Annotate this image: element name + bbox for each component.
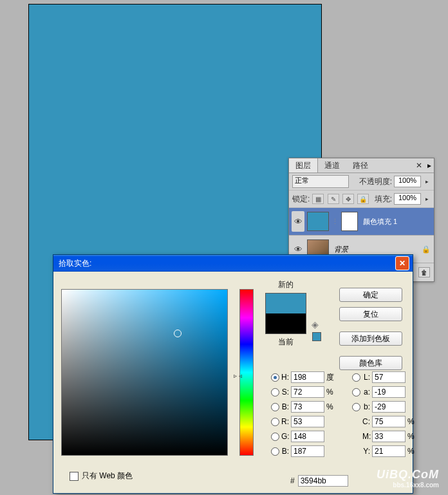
unit-m: % [407, 432, 418, 441]
label-m: M: [362, 432, 370, 441]
close-button[interactable]: ✕ [395, 256, 409, 270]
hex-row: # [290, 475, 348, 487]
radio-r[interactable] [271, 418, 279, 426]
current-label: 当前 [265, 337, 306, 348]
unit-y: % [407, 447, 418, 456]
lock-all-icon[interactable]: 🔒 [357, 194, 369, 204]
opacity-stepper-icon[interactable]: ▸ [423, 178, 431, 185]
lock-position-icon[interactable]: ✥ [342, 194, 354, 204]
input-h[interactable] [291, 371, 324, 383]
radio-a[interactable] [352, 388, 360, 397]
input-c[interactable] [372, 416, 406, 427]
web-only-checkbox[interactable] [70, 472, 79, 481]
label-y: Y: [362, 447, 370, 456]
input-r[interactable] [291, 416, 324, 427]
current-color-swatch[interactable] [266, 313, 306, 333]
unit-h: 度 [326, 372, 337, 383]
input-b-rgb[interactable] [291, 445, 324, 457]
radio-l[interactable] [352, 373, 360, 382]
label-r: R: [281, 417, 289, 426]
label-l: L: [362, 373, 370, 382]
radio-b-rgb[interactable] [271, 447, 279, 456]
input-s[interactable] [291, 386, 324, 398]
input-m[interactable] [372, 431, 406, 442]
reset-button[interactable]: 复位 [339, 307, 402, 321]
panel-tabs: 图层 通道 路径 ✕ ▸ [289, 158, 434, 173]
layer-row-colorfill[interactable]: 👁 ⋮ 颜色填充 1 [289, 208, 434, 236]
blend-mode-select[interactable]: 正常 [292, 175, 349, 188]
lock-icon: 🔒 [421, 245, 431, 254]
add-swatch-button[interactable]: 添加到色板 [339, 332, 402, 346]
lock-label: 锁定: [292, 194, 310, 205]
label-s: S: [281, 388, 289, 397]
hex-input[interactable] [298, 475, 348, 487]
tab-channels[interactable]: 通道 [318, 158, 346, 173]
gamut-warning-icon[interactable]: ◈ [312, 319, 319, 330]
web-only like-only-row: 只有 Web 颜色 [70, 471, 133, 481]
input-b-hsb[interactable] [291, 401, 324, 413]
color-cursor-icon[interactable] [174, 330, 182, 337]
hue-slider-arrows-icon[interactable]: ▹ ◃ [234, 372, 242, 379]
dialog-title: 拾取实色: [57, 258, 395, 269]
fill-field[interactable]: 100% [394, 193, 421, 205]
color-field[interactable] [61, 289, 228, 456]
unit-c: % [407, 417, 418, 426]
fill-label: 填充: [375, 194, 392, 205]
opacity-label: 不透明度: [359, 176, 392, 187]
tab-layers[interactable]: 图层 [289, 158, 318, 173]
label-b-rgb: B: [281, 447, 289, 456]
tab-paths[interactable]: 路径 [346, 158, 375, 173]
unit-s: % [326, 388, 337, 397]
visibility-toggle-icon[interactable]: 👁 [292, 211, 304, 232]
color-values-grid: H: 度 L: S: % a: B: % b: [271, 371, 418, 457]
lock-transparency-icon[interactable]: ▦ [312, 194, 324, 204]
color-libraries-button[interactable]: 颜色库 [339, 356, 402, 370]
input-l[interactable] [372, 371, 406, 383]
dialog-body: ▹ ◃ 新的 当前 ◈ 确定 复位 添加到色板 颜色库 H: 度 L: [53, 272, 413, 493]
mask-thumbnail[interactable] [341, 212, 358, 231]
radio-h[interactable] [271, 373, 279, 382]
fill-thumbnail[interactable] [307, 212, 329, 231]
input-a[interactable] [372, 386, 406, 398]
visibility-toggle-icon[interactable]: 👁 [292, 245, 304, 254]
dialog-titlebar[interactable]: 拾取实色: ✕ [53, 255, 413, 272]
radio-b-hsb[interactable] [271, 403, 279, 411]
label-a: a: [362, 388, 370, 397]
lock-icons: ▦ ✎ ✥ 🔒 [312, 194, 369, 204]
color-picker-dialog: 拾取实色: ✕ ▹ ◃ 新的 当前 ◈ 确定 复位 添加到色板 颜色库 H: [53, 254, 413, 494]
panel-menu-icon[interactable]: ▸ [425, 161, 434, 170]
input-b-lab[interactable] [372, 401, 406, 413]
radio-g[interactable] [271, 433, 279, 441]
swatch-box [265, 293, 306, 334]
lock-pixels-icon[interactable]: ✎ [328, 194, 339, 204]
radio-s[interactable] [271, 388, 279, 397]
blend-opacity-row: 正常 不透明度: 100% ▸ [289, 173, 434, 191]
layer-name[interactable]: 背景 [331, 245, 418, 254]
input-y[interactable] [372, 445, 406, 457]
trash-icon[interactable]: 🗑 [418, 267, 430, 277]
web-only-label: 只有 Web 颜色 [82, 471, 133, 481]
radio-b-lab[interactable] [352, 403, 360, 411]
link-icon[interactable]: ⋮ [331, 218, 339, 226]
input-g[interactable] [291, 431, 324, 442]
label-b-hsb: B: [281, 402, 289, 411]
label-c: C: [362, 417, 370, 426]
ok-button[interactable]: 确定 [339, 288, 402, 302]
new-color-swatch[interactable] [266, 294, 306, 313]
dialog-buttons: 确定 复位 添加到色板 颜色库 [339, 288, 402, 370]
new-label: 新的 [265, 279, 306, 290]
layer-name[interactable]: 颜色填充 1 [360, 217, 431, 227]
unit-b-hsb: % [326, 402, 337, 411]
websafe-swatch[interactable] [312, 332, 321, 341]
label-h: H: [281, 373, 289, 382]
label-b-lab: b: [362, 402, 370, 411]
opacity-field[interactable]: 100% [394, 176, 421, 187]
label-g: G: [281, 432, 289, 441]
fill-stepper-icon[interactable]: ▸ [423, 196, 431, 202]
hex-label: # [290, 476, 295, 485]
lock-fill-row: 锁定: ▦ ✎ ✥ 🔒 填充: 100% ▸ [289, 191, 434, 208]
panel-collapse-icon[interactable]: ✕ [413, 161, 425, 170]
